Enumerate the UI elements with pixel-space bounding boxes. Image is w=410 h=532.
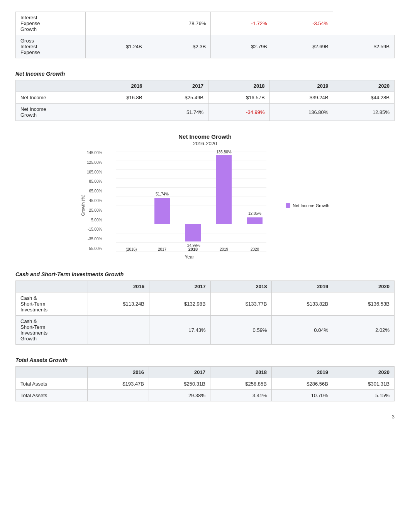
x-label-2018: 2018: [188, 247, 198, 252]
row-label: Cash & Short-Term Investments: [16, 292, 88, 316]
legend-color-dot: [286, 203, 290, 208]
net-income-table: 2016 2017 2018 2019 2020 Net Income $16.…: [15, 80, 395, 121]
bar-label-2019: 136.80%: [217, 150, 232, 154]
table-row: Cash & Short-Term Investments Growth 17.…: [16, 316, 395, 345]
total-assets-table: 2016 2017 2018 2019 2020 Total Assets $1…: [15, 366, 395, 401]
bar-2019: [216, 155, 232, 224]
x-axis-title: Year: [104, 254, 274, 260]
table-row: Total Assets 29.38% 3.41% 10.70% 5.15%: [16, 390, 395, 401]
bar-2018: [185, 224, 201, 242]
bar-label-2017: 51.74%: [156, 192, 169, 196]
chart-svg: 51.74% -34.99% 136.80% 12.85% (2016) 201…: [104, 151, 274, 252]
legend-label: Net Income Growth: [293, 203, 329, 208]
chart-title: Net Income Growth: [178, 133, 232, 140]
row-label: Net Income Growth: [16, 104, 92, 121]
net-income-chart: Net Income Growth 2016-2020 Growth (%) 1…: [15, 133, 395, 260]
interest-expense-table: Interest Expense Growth 78.76% -1.72% -3…: [15, 12, 395, 58]
chart-subtitle: 2016-2020: [193, 141, 217, 146]
y-axis: 145.00% 125.00% 105.00% 85.00% 65.00% 45…: [87, 151, 102, 259]
row-label: Net Income: [16, 92, 92, 104]
chart-legend: Net Income Growth: [286, 203, 329, 208]
x-label-2016: (2016): [126, 247, 137, 252]
table-row: Net Income Growth 51.74% -34.99% 136.80%…: [16, 104, 395, 121]
total-assets-section-title: Total Assets Growth: [15, 357, 395, 363]
row-label: Total Assets: [16, 390, 88, 401]
table-row: Net Income $16.8B $25.49B $16.57B $39.24…: [16, 92, 395, 104]
bar-2017: [154, 198, 170, 224]
x-label-2020: 2020: [251, 247, 259, 252]
row-label: Gross Interest Expense: [16, 35, 86, 58]
cash-investments-table: 2016 2017 2018 2019 2020 Cash & Short-Te…: [15, 280, 395, 345]
cash-section-title: Cash and Short-Term Investments Growth: [15, 271, 395, 277]
table-row: Cash & Short-Term Investments $113.24B $…: [16, 292, 395, 316]
y-axis-label: Growth (%): [81, 151, 85, 259]
row-label: Interest Expense Growth: [16, 12, 86, 35]
page-number: 3: [15, 414, 395, 420]
row-label: Cash & Short-Term Investments Growth: [16, 316, 88, 345]
x-label-2019: 2019: [220, 247, 229, 252]
net-income-section-title: Net Income Growth: [15, 71, 395, 77]
x-label-2017: 2017: [158, 247, 167, 252]
table-row: Gross Interest Expense $1.24B $2.3B $2.7…: [16, 35, 395, 58]
bar-label-2020: 12.85%: [248, 211, 261, 216]
row-label: Total Assets: [16, 378, 88, 390]
table-row: Interest Expense Growth 78.76% -1.72% -3…: [16, 12, 395, 35]
table-row: Total Assets $193.47B $250.31B $258.85B …: [16, 378, 395, 390]
bar-2020: [247, 218, 263, 224]
